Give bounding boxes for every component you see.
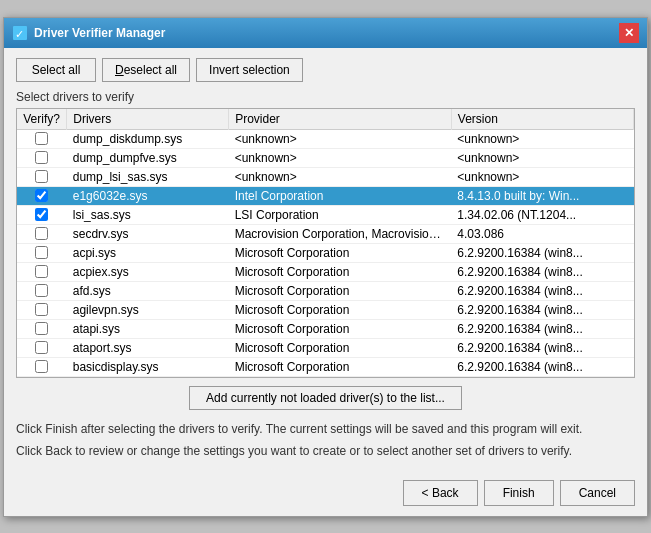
driver-version-cell: <unknown>	[451, 129, 633, 148]
table-row[interactable]: dump_dumpfve.sys<unknown><unknown>	[17, 148, 634, 167]
driver-provider-cell: LSI Corporation	[229, 205, 452, 224]
driver-name-cell: basicdisplay.sys	[67, 357, 229, 376]
verify-checkbox[interactable]	[35, 360, 48, 373]
driver-name-cell: acpi.sys	[67, 243, 229, 262]
verify-checkbox[interactable]	[35, 208, 48, 221]
title-bar-left: ✓ Driver Verifier Manager	[12, 25, 165, 41]
table-row[interactable]: acpi.sysMicrosoft Corporation6.2.9200.16…	[17, 243, 634, 262]
info-line-2: Click Back to review or change the setti…	[16, 442, 635, 460]
table-row[interactable]: ataport.sysMicrosoft Corporation6.2.9200…	[17, 338, 634, 357]
verify-cell	[17, 224, 67, 243]
select-all-button[interactable]: Select all	[16, 58, 96, 82]
driver-name-cell: acpiex.sys	[67, 262, 229, 281]
cancel-button[interactable]: Cancel	[560, 480, 635, 506]
driver-name-cell: dump_lsi_sas.sys	[67, 167, 229, 186]
verify-cell	[17, 262, 67, 281]
table-row[interactable]: basicdisplay.sysMicrosoft Corporation6.2…	[17, 357, 634, 376]
verify-cell	[17, 167, 67, 186]
finish-button[interactable]: Finish	[484, 480, 554, 506]
driver-name-cell: lsi_sas.sys	[67, 205, 229, 224]
table-row[interactable]: basicrender.sysMicrosoft Corporation6.2.…	[17, 376, 634, 378]
driver-version-cell: 6.2.9200.16384 (win8...	[451, 338, 633, 357]
add-driver-button[interactable]: Add currently not loaded driver(s) to th…	[189, 386, 462, 410]
driver-version-cell: 4.03.086	[451, 224, 633, 243]
verify-checkbox[interactable]	[35, 322, 48, 335]
back-button[interactable]: < Back	[403, 480, 478, 506]
table-row[interactable]: dump_lsi_sas.sys<unknown><unknown>	[17, 167, 634, 186]
table-row[interactable]: acpiex.sysMicrosoft Corporation6.2.9200.…	[17, 262, 634, 281]
invert-selection-button[interactable]: Invert selection	[196, 58, 303, 82]
driver-provider-cell: <unknown>	[229, 129, 452, 148]
verify-cell	[17, 338, 67, 357]
verify-checkbox[interactable]	[35, 151, 48, 164]
verify-cell	[17, 205, 67, 224]
driver-provider-cell: Microsoft Corporation	[229, 319, 452, 338]
header-version: Version	[451, 109, 633, 130]
driver-name-cell: basicrender.sys	[67, 376, 229, 378]
driver-name-cell: atapi.sys	[67, 319, 229, 338]
verify-cell	[17, 281, 67, 300]
verify-cell	[17, 357, 67, 376]
driver-name-cell: agilevpn.sys	[67, 300, 229, 319]
driver-version-cell: 6.2.9200.16384 (win8...	[451, 319, 633, 338]
verify-cell	[17, 243, 67, 262]
table-row[interactable]: lsi_sas.sysLSI Corporation1.34.02.06 (NT…	[17, 205, 634, 224]
verify-checkbox[interactable]	[35, 303, 48, 316]
driver-name-cell: dump_dumpfve.sys	[67, 148, 229, 167]
table-row[interactable]: secdrv.sysMacrovision Corporation, Macro…	[17, 224, 634, 243]
table-row[interactable]: afd.sysMicrosoft Corporation6.2.9200.163…	[17, 281, 634, 300]
driver-version-cell: 6.2.9200.16384 (win8...	[451, 300, 633, 319]
driver-name-cell: secdrv.sys	[67, 224, 229, 243]
main-content: Select all Deselect all Invert selection…	[4, 48, 647, 516]
info-line-1: Click Finish after selecting the drivers…	[16, 420, 635, 438]
header-verify: Verify?	[17, 109, 67, 130]
driver-provider-cell: Intel Corporation	[229, 186, 452, 205]
driver-version-cell: 8.4.13.0 built by: Win...	[451, 186, 633, 205]
table-row[interactable]: dump_diskdump.sys<unknown><unknown>	[17, 129, 634, 148]
window-title: Driver Verifier Manager	[34, 26, 165, 40]
verify-checkbox[interactable]	[35, 227, 48, 240]
table-row[interactable]: e1g6032e.sysIntel Corporation8.4.13.0 bu…	[17, 186, 634, 205]
title-bar: ✓ Driver Verifier Manager ✕	[4, 18, 647, 48]
driver-provider-cell: <unknown>	[229, 167, 452, 186]
verify-cell	[17, 129, 67, 148]
driver-version-cell: 6.2.9200.16384 (win8...	[451, 243, 633, 262]
verify-checkbox[interactable]	[35, 265, 48, 278]
verify-cell	[17, 300, 67, 319]
deselect-all-label: Deselect all	[115, 63, 177, 77]
table-row[interactable]: agilevpn.sysMicrosoft Corporation6.2.920…	[17, 300, 634, 319]
section-label: Select drivers to verify	[16, 90, 635, 104]
driver-table-container[interactable]: Verify? Drivers Provider Version dump_di…	[16, 108, 635, 378]
driver-version-cell: <unknown>	[451, 167, 633, 186]
verify-checkbox[interactable]	[35, 132, 48, 145]
driver-table-body: dump_diskdump.sys<unknown><unknown>dump_…	[17, 129, 634, 378]
close-button[interactable]: ✕	[619, 23, 639, 43]
driver-name-cell: afd.sys	[67, 281, 229, 300]
verify-checkbox[interactable]	[35, 170, 48, 183]
verify-cell	[17, 376, 67, 378]
verify-checkbox[interactable]	[35, 284, 48, 297]
driver-version-cell: 6.2.9200.16384 (win8...	[451, 376, 633, 378]
svg-text:✓: ✓	[15, 28, 24, 40]
add-button-row: Add currently not loaded driver(s) to th…	[16, 386, 635, 410]
info-text: Click Finish after selecting the drivers…	[16, 420, 635, 460]
verify-cell	[17, 319, 67, 338]
driver-version-cell: 6.2.9200.16384 (win8...	[451, 262, 633, 281]
driver-version-cell: 6.2.9200.16384 (win8...	[451, 281, 633, 300]
driver-provider-cell: Microsoft Corporation	[229, 300, 452, 319]
verify-checkbox[interactable]	[35, 246, 48, 259]
driver-version-cell: 6.2.9200.16384 (win8...	[451, 357, 633, 376]
driver-provider-cell: Microsoft Corporation	[229, 376, 452, 378]
driver-version-cell: 1.34.02.06 (NT.1204...	[451, 205, 633, 224]
driver-provider-cell: Microsoft Corporation	[229, 262, 452, 281]
verify-cell	[17, 186, 67, 205]
driver-provider-cell: <unknown>	[229, 148, 452, 167]
verify-checkbox[interactable]	[35, 189, 48, 202]
table-row[interactable]: atapi.sysMicrosoft Corporation6.2.9200.1…	[17, 319, 634, 338]
driver-name-cell: e1g6032e.sys	[67, 186, 229, 205]
verify-checkbox[interactable]	[35, 341, 48, 354]
driver-provider-cell: Macrovision Corporation, Macrovision Eur…	[229, 224, 452, 243]
deselect-all-button[interactable]: Deselect all	[102, 58, 190, 82]
footer-buttons: < Back Finish Cancel	[16, 472, 635, 506]
driver-name-cell: dump_diskdump.sys	[67, 129, 229, 148]
